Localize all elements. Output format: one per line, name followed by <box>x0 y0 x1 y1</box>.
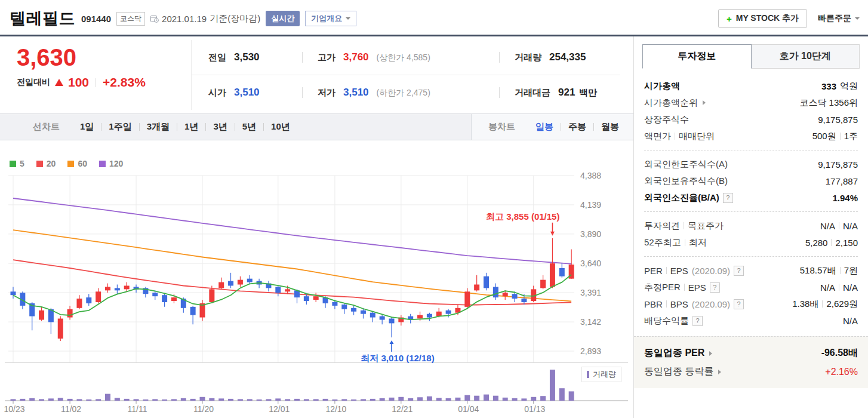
prev-close-label: 전일 <box>208 52 226 63</box>
day-high-label: 고가 <box>318 52 335 63</box>
value-per-eps: 518.57배7원 <box>800 265 858 276</box>
tab-line-2[interactable]: 1주일 <box>101 121 138 133</box>
trade-amount-value: 921 <box>558 87 575 98</box>
day-low-value: 3,510 <box>343 87 369 99</box>
x-axis-label: 01/04 <box>458 404 479 414</box>
sidebar-tabs: 투자정보호가 10단계 <box>642 44 860 69</box>
tab-line-4[interactable]: 1년 <box>177 121 205 133</box>
realtime-button[interactable]: 실시간 <box>266 11 300 26</box>
tab-candle-2[interactable]: 주봉 <box>561 121 593 133</box>
help-icon[interactable]: ? <box>723 193 733 203</box>
tab-line-7[interactable]: 10년 <box>264 121 297 133</box>
open-price-cell: 시가 3,510 <box>192 87 302 99</box>
add-mystock-label: MY STOCK 추가 <box>736 13 799 24</box>
help-icon[interactable]: ? <box>710 282 720 293</box>
open-price-value: 3,510 <box>234 87 260 99</box>
value-text: 코스닥 1356위 <box>799 97 858 109</box>
label-industry-change[interactable]: 동일업종 등락률 <box>644 365 721 378</box>
legend-ma-label: 120 <box>109 159 123 168</box>
row-market-cap: 시가총액333억원 <box>644 78 858 94</box>
sidebar-section-5: 동일업종 PER-96.58배동일업종 등락률+2.16% <box>634 336 868 388</box>
label-shares-outstanding: 상장주식수 <box>644 114 689 125</box>
tab-line-5[interactable]: 3년 <box>206 121 234 133</box>
volume-bar <box>39 399 44 401</box>
label-separator <box>666 267 667 274</box>
day-high-cell: 고가 3,760 (상한가 4,585) <box>302 51 499 63</box>
sidebar-body: 시가총액333억원시가총액순위코스닥 1356위상장주식수9,175,875액면… <box>642 78 860 388</box>
value-text: N/A <box>843 221 858 231</box>
tab-line-1[interactable]: 1일 <box>73 121 101 133</box>
label-industry-per[interactable]: 동일업종 PER <box>644 347 712 359</box>
volume-bar <box>48 398 54 401</box>
volume-bar <box>389 398 395 401</box>
candle-body <box>550 263 555 287</box>
volume-bar <box>190 399 196 401</box>
y-axis-label: 2,893 <box>580 346 601 356</box>
candle-body <box>464 291 470 307</box>
label-market-cap-rank[interactable]: 시가총액순위 <box>644 97 706 109</box>
tab-candle-3[interactable]: 월봉 <box>594 121 626 133</box>
volume-bar <box>455 398 460 401</box>
label-foreign-held-shares: 외국인보유주식수(B) <box>644 176 728 187</box>
divider <box>96 78 96 87</box>
y-axis-label: 4,139 <box>580 200 601 210</box>
legend-swatch <box>36 161 43 167</box>
volume-bar <box>200 397 205 401</box>
candle-body <box>152 293 158 296</box>
label-text: 외국인보유주식수(B) <box>644 176 728 187</box>
candle-body <box>124 285 130 289</box>
trade-amount-unit: 백만 <box>579 87 597 97</box>
volume-bar <box>105 394 110 401</box>
y-axis-label: 4,388 <box>580 171 601 180</box>
value-market-cap: 333억원 <box>821 81 858 92</box>
price-diff: 100 <box>68 75 89 90</box>
candle-body <box>171 297 177 301</box>
help-icon[interactable]: ? <box>692 316 703 326</box>
legend-ma-label: 5 <box>20 159 24 168</box>
company-overview-button[interactable]: 기업개요 <box>305 11 356 26</box>
candle-chart-tabs: 봉차트일봉주봉월봉 <box>471 114 633 140</box>
label-par-value-trading-unit: 액면가매매단위 <box>644 131 715 142</box>
prev-close-cell: 전일 3,530 <box>192 51 302 63</box>
y-axis-label: 3,890 <box>580 229 601 239</box>
row-par-value-trading-unit: 액면가매매단위500원1주 <box>644 128 858 145</box>
sidebar-tab-1[interactable]: 투자정보 <box>642 44 752 69</box>
value-separator <box>839 284 839 291</box>
volume-bar <box>115 398 120 401</box>
stock-name: 텔레필드 <box>10 8 75 29</box>
prev-close-value: 3,530 <box>234 51 260 63</box>
label-text: 추정PER <box>644 282 681 293</box>
price-summary: 3,630 전일대비 100 +2.83% 전일 3,530 고가 <box>0 36 633 113</box>
day-low-cell: 저가 3,510 (하한가 2,475) <box>302 87 499 99</box>
candle-body <box>285 289 290 291</box>
quick-order-button[interactable]: 빠른주문 <box>818 13 860 24</box>
tab-candle-1[interactable]: 일봉 <box>528 121 561 133</box>
price-diff-percent: +2.83% <box>103 75 146 90</box>
volume-bar <box>304 399 309 401</box>
sidebar-tab-2[interactable]: 호가 10단계 <box>752 44 860 69</box>
volume-bar <box>521 398 527 401</box>
arrow-right-icon <box>703 100 706 105</box>
arrow-right-icon <box>709 351 712 356</box>
label-per-eps: PEREPS(2020.09)? <box>644 266 744 276</box>
add-mystock-button[interactable]: + MY STOCK 추가 <box>718 9 807 28</box>
candle-body <box>275 287 281 293</box>
value-text: 333 <box>821 81 836 91</box>
tab-line-6[interactable]: 5년 <box>235 121 263 133</box>
value-text: N/A <box>843 316 858 326</box>
candle-body <box>115 288 120 290</box>
tab-line-3[interactable]: 3개월 <box>140 121 177 133</box>
label-separator <box>675 133 675 140</box>
volume-bar <box>29 398 35 401</box>
volume-bar <box>550 370 555 401</box>
legend-swatch <box>99 161 106 167</box>
upper-limit-note: (상한가 4,585) <box>377 53 430 63</box>
low-annotation: 최저 3,010 (12/18) <box>361 353 434 363</box>
volume-bar <box>417 397 423 401</box>
value-week52-high-low: 5,2802,150 <box>805 238 858 248</box>
help-icon[interactable]: ? <box>734 299 744 309</box>
candle-body <box>218 282 224 288</box>
x-axis-label: 10/23 <box>4 404 24 414</box>
candle-body <box>559 268 565 276</box>
help-icon[interactable]: ? <box>734 266 744 276</box>
